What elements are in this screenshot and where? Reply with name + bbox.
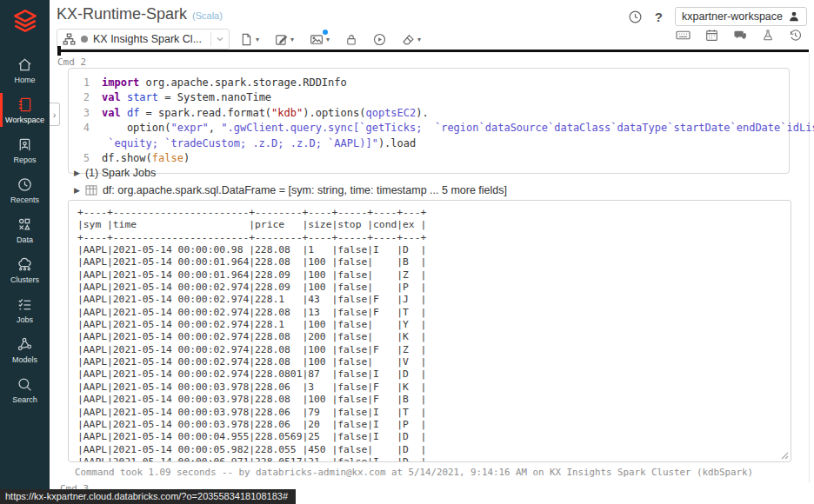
line-number: 3: [74, 106, 90, 121]
command-status: Command took 1.09 seconds -- by databric…: [75, 467, 753, 478]
code-line[interactable]: 1import org.apache.spark.storage.RDDInfo: [74, 76, 780, 90]
revision-history-icon[interactable]: [789, 29, 802, 42]
spark-jobs-label: (1) Spark Jobs: [85, 167, 156, 179]
repos-icon: [17, 136, 33, 153]
experiments-flask-icon[interactable]: [762, 29, 774, 42]
caret-down-icon: ▾: [326, 36, 330, 43]
play-circle-icon: [373, 33, 386, 46]
sidebar-item-recents[interactable]: Recents: [0, 171, 50, 209]
databricks-logo[interactable]: [12, 8, 38, 37]
notebook-title[interactable]: KX-Runtime-Spark: [57, 5, 187, 23]
file-menu-button[interactable]: ▾: [235, 30, 264, 49]
help-icon[interactable]: ?: [655, 10, 663, 24]
code-line[interactable]: `equity; `tradeCustom; .z.D; .z.D; `AAPL…: [74, 136, 780, 151]
divider: [210, 32, 211, 46]
databricks-logo-icon: [12, 8, 38, 34]
sidebar-item-label: Repos: [13, 156, 36, 164]
code-line[interactable]: 2val start = System.nanoTime: [74, 90, 780, 105]
workspace-selector[interactable]: kxpartner-workspace: [675, 7, 807, 26]
code-line[interactable]: 5df.show(false): [74, 151, 780, 166]
line-number: 4: [74, 121, 90, 136]
sidebar-item-label: Search: [12, 395, 37, 404]
header-right: ? kxpartner-workspace: [628, 7, 807, 26]
image-icon: [310, 33, 324, 46]
code-text: option("expr", ".gwClient.query.sync[`ge…: [102, 121, 814, 136]
ascii-result-table: +----+-----------------------+--------+-…: [69, 201, 791, 462]
sidebar-item-label: Workspace: [5, 116, 44, 124]
edit-menu-button[interactable]: ▾: [270, 30, 299, 49]
sidebar-item-label: Data: [17, 235, 33, 244]
spark-jobs-toggle[interactable]: ▶ (1) Spark Jobs: [74, 167, 156, 179]
chevron-down-icon: [215, 34, 225, 44]
dataframe-summary: df: org.apache.spark.sql.DataFrame = [sy…: [103, 184, 507, 196]
caret-down-icon: ▾: [417, 36, 421, 43]
code-text: df.show(false): [102, 151, 190, 166]
line-number: [74, 136, 90, 151]
notebook-toolbar: KX Insights Spark Cl... ▾ ▾ ▾ ▾: [57, 29, 426, 50]
code-text: `equity; `tradeCustom; .z.D; .z.D; `AAPL…: [102, 136, 416, 151]
notebook-language[interactable]: (Scala): [192, 10, 223, 21]
sidebar-item-data[interactable]: Data: [0, 211, 50, 249]
statusbar-url: https://kx-kxpartner.cloud.databricks.co…: [0, 489, 296, 504]
line-number: 1: [74, 76, 90, 90]
sidebar-item-label: Clusters: [10, 275, 39, 284]
code-line[interactable]: 3val df = spark.read.format("kdb").optio…: [74, 106, 780, 121]
comments-icon[interactable]: [733, 29, 747, 42]
line-number: 5: [74, 151, 90, 166]
cluster-name: KX Insights Spark Cl...: [93, 33, 202, 45]
sidebar-item-workspace[interactable]: Workspace: [0, 91, 50, 129]
sidebar-item-home[interactable]: Home: [0, 51, 50, 89]
sidebar-item-clusters[interactable]: Clusters: [0, 251, 50, 288]
sidebar-item-search[interactable]: Search: [0, 371, 50, 408]
keyboard-shortcuts-icon[interactable]: [676, 29, 691, 42]
sidebar-expander[interactable]: ›: [50, 103, 60, 126]
caret-down-icon: ▾: [256, 36, 259, 43]
user-icon: [788, 10, 800, 23]
models-network-icon: [17, 336, 33, 353]
expand-triangle-icon: ▶: [74, 186, 80, 195]
sidebar-item-label: Home: [14, 76, 35, 84]
resize-grip-icon[interactable]: [780, 451, 789, 460]
dataframe-toggle[interactable]: ▶ df: org.apache.spark.sql.DataFrame = […: [74, 184, 507, 196]
sidebar-item-label: Jobs: [17, 315, 33, 324]
jobs-checklist-icon: [17, 296, 33, 313]
code-line[interactable]: 4 option("expr", ".gwClient.query.sync[`…: [74, 121, 780, 136]
notification-dot: [323, 30, 328, 35]
workspace-name: kxpartner-workspace: [682, 10, 783, 23]
sidebar: Home Workspace Repos Recents Data Cluste…: [0, 0, 50, 504]
lock-icon: [345, 33, 357, 46]
sidebar-item-label: Recents: [10, 196, 39, 204]
recents-clock-icon: [17, 176, 33, 193]
sidebar-item-models[interactable]: Models: [0, 331, 50, 368]
notebook-header: KX-Runtime-Spark (Scala): [57, 5, 223, 23]
run-all-button[interactable]: [368, 30, 391, 49]
clear-menu-button[interactable]: ▾: [397, 30, 426, 49]
cmd-label: Cmd 2: [57, 56, 86, 68]
permissions-button[interactable]: [340, 30, 363, 49]
schedule-calendar-icon[interactable]: [705, 29, 718, 42]
cluster-selector[interactable]: KX Insights Spark Cl...: [57, 29, 230, 50]
cell-focus-bar: [57, 50, 809, 52]
view-menu-button[interactable]: ▾: [304, 30, 335, 49]
sidebar-item-label: Models: [12, 355, 37, 364]
result-output-box[interactable]: +----+-----------------------+--------+-…: [68, 200, 791, 462]
notebook-main: KX-Runtime-Spark (Scala) ? kxpartner-wor…: [50, 0, 814, 504]
clusters-cloud-icon: [17, 256, 33, 273]
code-text: import org.apache.spark.storage.RDDInfo: [102, 76, 347, 90]
content-right-divider: [809, 54, 810, 483]
dataframe-table-icon: [85, 185, 97, 196]
sidebar-item-jobs[interactable]: Jobs: [0, 291, 50, 328]
clock-status-icon[interactable]: [628, 10, 643, 24]
eraser-icon: [402, 33, 415, 46]
expand-triangle-icon: ▶: [74, 169, 80, 177]
code-lines[interactable]: 1import org.apache.spark.storage.RDDInfo…: [74, 76, 780, 166]
code-cell[interactable]: 1import org.apache.spark.storage.RDDInfo…: [68, 68, 790, 174]
code-text: val df = spark.read.format("kdb").option…: [102, 106, 429, 121]
attach-cluster-icon: [63, 33, 76, 46]
sidebar-item-repos[interactable]: Repos: [0, 131, 50, 169]
code-text: val start = System.nanoTime: [102, 90, 271, 105]
statusbar-url-text: https://kx-kxpartner.cloud.databricks.co…: [5, 491, 288, 501]
cluster-status-dot: [81, 36, 88, 43]
workspace-notebook-icon: [17, 96, 33, 113]
line-number: 2: [74, 90, 90, 105]
